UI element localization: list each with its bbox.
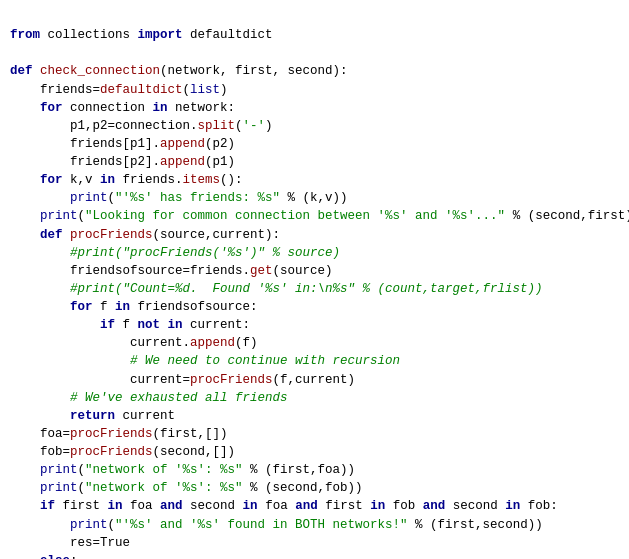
code-editor: from collections import defaultdict def …	[0, 0, 629, 559]
